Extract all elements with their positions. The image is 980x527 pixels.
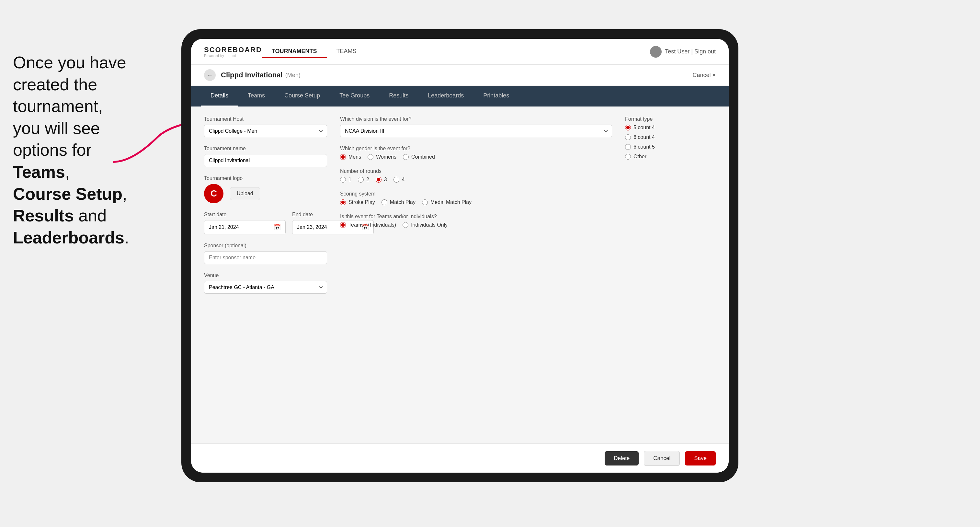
tournament-name-group: Tournament name <box>204 146 327 167</box>
tab-course-setup[interactable]: Course Setup <box>275 86 330 106</box>
delete-button[interactable]: Delete <box>605 451 639 465</box>
tab-results[interactable]: Results <box>379 86 418 106</box>
round-2-radio[interactable] <box>358 177 364 183</box>
logo-upload-area: C Upload <box>204 184 327 203</box>
gender-womens-radio[interactable] <box>368 154 374 160</box>
tournament-host-select[interactable]: Clippd College - Men <box>204 125 327 137</box>
user-link[interactable]: Test User | Sign out <box>665 48 716 55</box>
round-3-label: 3 <box>384 177 387 183</box>
left-column: Tournament Host Clippd College - Men Tou… <box>204 116 327 440</box>
gender-combined-radio[interactable] <box>403 154 409 160</box>
nav-tournaments[interactable]: TOURNAMENTS <box>262 45 327 58</box>
division-select[interactable]: NCAA Division III <box>340 125 612 137</box>
format-6count4-radio[interactable] <box>625 134 631 140</box>
bottom-bar: Delete Cancel Save <box>191 443 729 473</box>
teams-label: Is this event for Teams and/or Individua… <box>340 214 612 219</box>
start-date-input[interactable] <box>209 224 274 230</box>
venue-select[interactable]: Peachtree GC - Atlanta - GA <box>204 281 327 294</box>
tournament-name-input[interactable] <box>204 154 327 167</box>
division-group: Which division is the event for? NCAA Di… <box>340 116 612 137</box>
format-other-option[interactable]: Other <box>625 154 716 160</box>
teams-plus-individuals-label: Teams (+Individuals) <box>348 222 396 228</box>
rounds-label: Number of rounds <box>340 168 612 174</box>
scoring-group: Scoring system Stroke Play Match Play <box>340 191 612 205</box>
round-4-option[interactable]: 4 <box>393 177 405 183</box>
format-other-label: Other <box>633 154 646 160</box>
back-button[interactable]: ← <box>204 69 216 81</box>
upload-button[interactable]: Upload <box>230 187 260 200</box>
app-header: SCOREBOARD Powered by clippd TOURNAMENTS… <box>191 39 729 65</box>
main-nav: TOURNAMENTS TEAMS <box>262 45 366 58</box>
teams-plus-individuals-radio[interactable] <box>340 222 346 228</box>
scoring-radio-group: Stroke Play Match Play Medal Match Play <box>340 199 612 205</box>
tab-teams[interactable]: Teams <box>238 86 275 106</box>
format-5count4-radio[interactable] <box>625 125 631 130</box>
tournament-logo-label: Tournament logo <box>204 175 327 181</box>
tab-details[interactable]: Details <box>201 86 238 106</box>
user-avatar <box>650 46 662 58</box>
gender-combined-label: Combined <box>411 154 435 160</box>
sponsor-label: Sponsor (optional) <box>204 243 327 249</box>
tournament-sub: (Men) <box>285 72 301 79</box>
format-6count5-option[interactable]: 6 count 5 <box>625 144 716 150</box>
gender-mens-radio[interactable] <box>340 154 346 160</box>
gender-radio-group: Mens Womens Combined <box>340 154 612 160</box>
venue-group: Venue Peachtree GC - Atlanta - GA <box>204 273 327 294</box>
right-column: Format type 5 count 4 6 count 4 6 cou <box>625 116 716 440</box>
gender-womens-label: Womens <box>376 154 396 160</box>
round-1-radio[interactable] <box>340 177 346 183</box>
gender-group: Which gender is the event for? Mens Wome… <box>340 146 612 160</box>
start-date-group: Start date 📅 <box>204 212 286 234</box>
scoring-stroke-radio[interactable] <box>340 199 346 205</box>
individuals-only-radio[interactable] <box>402 222 408 228</box>
logo-text: SCOREBOARD <box>204 46 262 54</box>
middle-column: Which division is the event for? NCAA Di… <box>340 116 612 440</box>
nav-teams[interactable]: TEAMS <box>327 45 366 58</box>
cancel-top-button[interactable]: Cancel × <box>692 72 716 79</box>
start-date-field[interactable]: 📅 <box>204 220 286 234</box>
format-6count4-option[interactable]: 6 count 4 <box>625 134 716 140</box>
tab-bar: Details Teams Course Setup Tee Groups Re… <box>191 86 729 106</box>
cancel-button[interactable]: Cancel <box>644 451 680 466</box>
scoring-match-radio[interactable] <box>382 199 387 205</box>
rounds-group: Number of rounds 1 2 3 <box>340 168 612 183</box>
calendar-icon: 📅 <box>274 224 281 231</box>
round-3-radio[interactable] <box>375 177 382 183</box>
tab-leaderboards[interactable]: Leaderboards <box>418 86 474 106</box>
individuals-only-label: Individuals Only <box>411 222 447 228</box>
division-label: Which division is the event for? <box>340 116 612 122</box>
tab-tee-groups[interactable]: Tee Groups <box>330 86 379 106</box>
round-1-option[interactable]: 1 <box>340 177 352 183</box>
round-4-radio[interactable] <box>393 177 399 183</box>
save-button[interactable]: Save <box>685 451 716 465</box>
tournament-logo-group: Tournament logo C Upload <box>204 175 327 203</box>
round-2-option[interactable]: 2 <box>358 177 369 183</box>
format-5count4-option[interactable]: 5 count 4 <box>625 125 716 130</box>
round-1-label: 1 <box>348 177 352 183</box>
teams-group: Is this event for Teams and/or Individua… <box>340 214 612 228</box>
sponsor-input[interactable] <box>204 251 327 264</box>
gender-mens-option[interactable]: Mens <box>340 154 361 160</box>
gender-label: Which gender is the event for? <box>340 146 612 151</box>
scoring-stroke-label: Stroke Play <box>348 199 375 205</box>
format-other-radio[interactable] <box>625 154 631 160</box>
individuals-only-option[interactable]: Individuals Only <box>402 222 447 228</box>
date-row: Start date 📅 End date 📅 <box>204 212 327 234</box>
format-type-group: Format type 5 count 4 6 count 4 6 cou <box>625 116 716 160</box>
tablet-frame: SCOREBOARD Powered by clippd TOURNAMENTS… <box>181 29 738 483</box>
scoring-stroke-option[interactable]: Stroke Play <box>340 199 375 205</box>
teams-plus-individuals-option[interactable]: Teams (+Individuals) <box>340 222 396 228</box>
teams-radio-group: Teams (+Individuals) Individuals Only <box>340 222 612 228</box>
scoring-medal-match-radio[interactable] <box>422 199 428 205</box>
format-6count5-radio[interactable] <box>625 144 631 150</box>
format-type-label: Format type <box>625 116 716 122</box>
tournament-host-label: Tournament Host <box>204 116 327 122</box>
gender-combined-option[interactable]: Combined <box>403 154 435 160</box>
round-3-option[interactable]: 3 <box>375 177 387 183</box>
scoring-match-option[interactable]: Match Play <box>382 199 415 205</box>
tab-printables[interactable]: Printables <box>474 86 519 106</box>
scoring-label: Scoring system <box>340 191 612 197</box>
format-6count4-label: 6 count 4 <box>633 134 655 140</box>
scoring-medal-match-option[interactable]: Medal Match Play <box>422 199 471 205</box>
gender-womens-option[interactable]: Womens <box>368 154 396 160</box>
